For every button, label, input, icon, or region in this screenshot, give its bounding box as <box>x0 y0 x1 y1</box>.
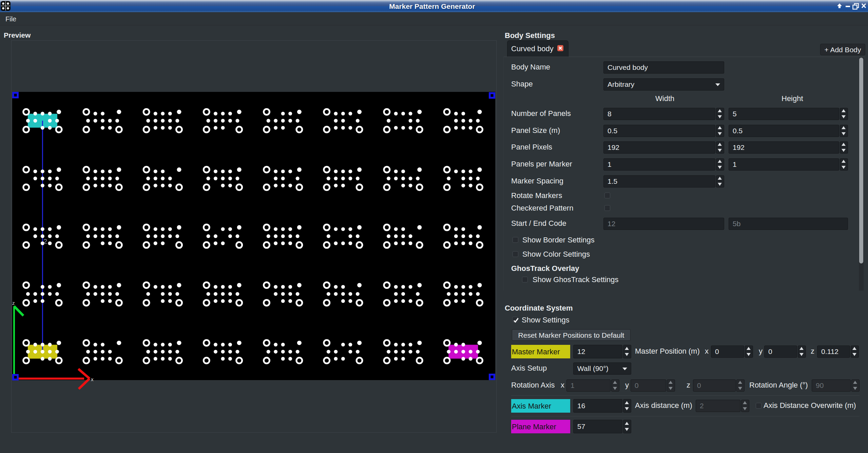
svg-text:2: 2 <box>43 238 47 245</box>
svg-text:x: x <box>91 376 94 382</box>
svg-text:z: z <box>12 300 15 306</box>
